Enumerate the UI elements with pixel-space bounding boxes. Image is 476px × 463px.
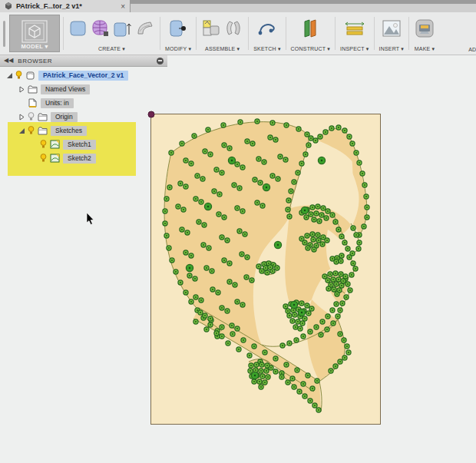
bulb-on-icon[interactable] — [38, 154, 48, 163]
toolbar-group-assemble: ASSEMBLE ▾ — [198, 12, 246, 55]
browser-item-label[interactable]: Sketch2 — [63, 154, 96, 164]
toolbar-group-make: MAKE ▾ — [411, 12, 438, 55]
toolbar-group-insert: INSERT ▾ — [376, 12, 407, 55]
display-settings-icon[interactable] — [157, 58, 164, 64]
3d-print-icon[interactable] — [414, 18, 435, 41]
bulb-on-icon[interactable] — [14, 71, 24, 80]
toolbar-separator — [196, 17, 197, 50]
browser-item-sketches[interactable]: Sketches — [0, 125, 167, 136]
create-form-icon[interactable] — [91, 18, 111, 41]
workspace-label: MODEL ▾ — [21, 43, 48, 50]
expanded-triangle-icon[interactable] — [17, 127, 26, 134]
toolbar-separator — [335, 17, 336, 50]
browser-item-label[interactable]: Sketch1 — [63, 140, 96, 150]
sweep-icon[interactable] — [135, 18, 155, 41]
toolbar-group-sketch: SKETCH ▾ — [250, 12, 283, 55]
toolbar-separator — [248, 17, 249, 50]
bulb-on-icon[interactable] — [38, 140, 48, 149]
sketch-origin-point — [148, 111, 154, 117]
tab-bar: PAtrick_F...tor_2 v1* × — [0, 0, 476, 12]
toolbar-groups: CREATE ▾MODIFY ▾ASSEMBLE ▾SKETCH ▾CONSTR… — [61, 12, 468, 55]
tab-close-icon[interactable]: × — [121, 3, 125, 10]
toolbar-group-label[interactable]: ASSEMBLE ▾ — [205, 46, 240, 52]
toolbar-separator — [408, 17, 409, 50]
toolbar-grip — [0, 12, 8, 55]
toolbar-group-label[interactable]: MODIFY ▾ — [165, 46, 191, 52]
toolbar-separator — [286, 17, 286, 50]
toolbar-group-construct: CONSTRUCT ▾ — [288, 12, 333, 55]
workspace-selector[interactable]: MODEL ▾ — [9, 15, 60, 52]
browser-panel-header[interactable]: ◀◀ BROWSER — [0, 55, 167, 67]
toolbar-separator — [63, 17, 64, 50]
toolbar-group-label[interactable]: SKETCH ▾ — [253, 46, 280, 52]
mouse-cursor — [86, 212, 95, 226]
component-icon — [24, 71, 36, 80]
browser-item-label[interactable]: Origin — [51, 112, 78, 122]
measure-icon[interactable] — [343, 19, 366, 41]
browser-item-label[interactable]: Sketches — [51, 126, 87, 136]
folder-icon — [26, 85, 38, 94]
browser-item-sketch2[interactable]: Sketch2 — [0, 153, 167, 164]
sketch-icon — [48, 154, 61, 163]
browser-item-sketch1[interactable]: Sketch1 — [0, 139, 167, 150]
browser-item-label[interactable]: PAtrick_Face_Vector_2 v1 — [38, 71, 128, 81]
document-tab-title: PAtrick_F...tor_2 v1* — [16, 2, 82, 10]
construction-plane-icon[interactable] — [300, 18, 320, 41]
toolbar-separator — [160, 17, 160, 50]
expanded-triangle-icon[interactable] — [5, 72, 14, 79]
toolbar-group-modify: MODIFY ▾ — [162, 12, 194, 55]
face-vector-sketch[interactable] — [151, 114, 380, 424]
bulb-off-icon[interactable] — [26, 112, 36, 121]
browser-item-root[interactable]: PAtrick_Face_Vector_2 v1 — [0, 70, 167, 81]
browser-item-label[interactable]: Named Views — [41, 84, 90, 94]
toolbar-group-label[interactable]: INSERT ▾ — [379, 46, 404, 52]
browser-item-origin[interactable]: Origin — [0, 111, 167, 122]
browser-panel-title: BROWSER — [18, 58, 52, 64]
browser-tree: PAtrick_Face_Vector_2 v1Named ViewsUnits… — [0, 70, 167, 167]
collapse-panel-icon[interactable]: ◀◀ — [4, 58, 13, 64]
fusion360-window: { "window": { "tab_title": "PAtrick_F...… — [0, 0, 476, 463]
joint-icon[interactable] — [223, 18, 243, 41]
toolbar-group-inspect: INSPECT ▾ — [337, 12, 372, 55]
toolbar-group-create: CREATE ▾ — [65, 12, 158, 55]
sketch-spline-icon[interactable] — [256, 18, 278, 41]
document-tab[interactable]: PAtrick_F...tor_2 v1* × — [0, 0, 131, 12]
browser-item-named-views[interactable]: Named Views — [0, 84, 167, 94]
document-cube-icon — [5, 2, 12, 10]
new-component-icon[interactable] — [201, 18, 221, 41]
toolbar-separator — [374, 17, 375, 50]
extrude-icon[interactable] — [113, 18, 133, 41]
toolbar-group-label[interactable]: INSPECT ▾ — [340, 46, 369, 52]
collapsed-triangle-icon[interactable] — [17, 86, 26, 93]
collapsed-triangle-icon[interactable] — [17, 114, 26, 121]
main-toolbar: MODEL ▾ CREATE ▾MODIFY ▾ASSEMBLE ▾SKETCH… — [0, 12, 476, 55]
sketch-plane[interactable] — [150, 114, 381, 425]
document-icon — [26, 98, 38, 107]
folder-icon — [36, 113, 48, 121]
press-pull-icon[interactable] — [167, 18, 189, 42]
folder-icon — [36, 127, 48, 135]
toolbar-overflow-label[interactable]: AD — [468, 12, 476, 55]
browser-item-label[interactable]: Units: in — [41, 98, 74, 108]
insert-image-icon[interactable] — [382, 19, 402, 41]
toolbar-group-label[interactable]: MAKE ▾ — [415, 46, 435, 52]
browser-item-units[interactable]: Units: in — [0, 98, 167, 108]
toolbar-group-label[interactable]: CREATE ▾ — [98, 46, 125, 52]
toolbar-group-label[interactable]: CONSTRUCT ▾ — [291, 46, 330, 52]
model-cube-icon — [21, 20, 48, 43]
primitive-box-icon[interactable] — [68, 18, 88, 41]
sketch-icon — [48, 140, 61, 149]
bulb-on-icon[interactable] — [26, 126, 36, 135]
